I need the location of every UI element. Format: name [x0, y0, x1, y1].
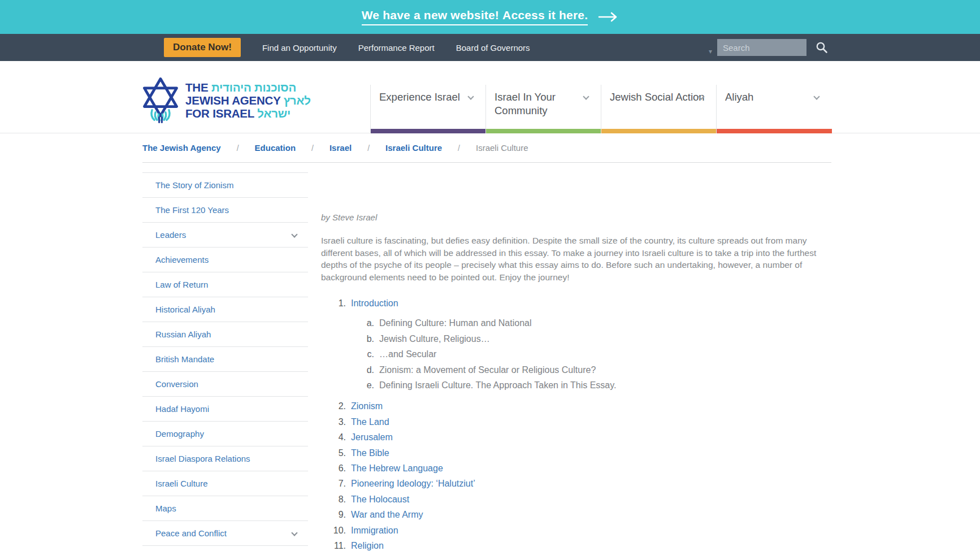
caret-down-icon[interactable]: ▾	[709, 47, 712, 55]
nav-item[interactable]: Jewish Social Action	[601, 85, 716, 133]
breadcrumb-link[interactable]: Education	[255, 143, 296, 153]
logo-en-line2: JEWISH AGENCY	[185, 94, 280, 107]
toolbar-link[interactable]: Board of Governors	[456, 43, 530, 53]
nav-item[interactable]: Experience Israel	[370, 85, 485, 133]
toolbar-link[interactable]: Performance Report	[358, 43, 435, 53]
sidebar-item[interactable]: Law of Return	[142, 272, 308, 297]
breadcrumb-link[interactable]: The Jewish Agency	[142, 143, 221, 153]
logo-en-line1: THE	[185, 81, 208, 94]
toc-item: 6. The Hebrew Language	[321, 461, 822, 476]
sidebar-item[interactable]: Historical Aliyah	[142, 297, 308, 322]
toc-subitem: a. Defining Culture: Human and National	[349, 315, 822, 331]
toc-subitem-link[interactable]: Defining Culture: Human and National	[379, 315, 531, 331]
breadcrumb-separator: /	[458, 144, 460, 153]
toc-subitem-link[interactable]: Zionism: a Movement of Secular or Religi…	[379, 362, 596, 378]
toc-item: 4. Jerusalem	[321, 429, 822, 445]
toc-item-link[interactable]: Introduction	[351, 296, 398, 311]
search-input[interactable]	[717, 39, 806, 56]
sidebar-item[interactable]: Conversion	[142, 372, 308, 397]
article-byline: by Steve Israel	[321, 212, 822, 222]
search-button[interactable]	[815, 41, 829, 54]
toc-item-link[interactable]: Immigration	[351, 523, 398, 538]
sidebar-item[interactable]: British Mandate	[142, 347, 308, 372]
sidebar-item-label: Historical Aliyah	[155, 305, 215, 314]
toc-item-link[interactable]: The Hebrew Language	[351, 461, 443, 476]
sidebar-item[interactable]: Demography	[142, 422, 308, 446]
toc-item-link[interactable]: War and the Army	[351, 507, 423, 522]
sidebar-item-label: Israel Diaspora Relations	[155, 454, 250, 463]
sidebar-item[interactable]: Israel Diaspora Relations	[142, 446, 308, 471]
toc-item-number: 6.	[321, 461, 346, 476]
breadcrumb-separator: /	[311, 144, 314, 153]
toc-item-link[interactable]: Zionism	[351, 398, 383, 414]
announcement-banner: We have a new website! Access it here.	[0, 0, 980, 34]
content-area: The Story of Zionism The First 120 Years…	[142, 163, 831, 551]
toc-item-link[interactable]: Pioneering Ideology: ‘Halutziut’	[351, 476, 475, 491]
sidebar-item-label: Law of Return	[155, 280, 208, 289]
logo-he-line1: הסוכנות היהודית	[211, 81, 296, 94]
toc-subitem-letter: e.	[349, 378, 374, 393]
sidebar-item[interactable]: Russian Aliyah	[142, 322, 308, 347]
breadcrumb-separator: /	[367, 144, 370, 153]
donate-now-button[interactable]: Donate Now!	[164, 38, 241, 57]
section-sidebar: The Story of Zionism The First 120 Years…	[142, 163, 308, 551]
sidebar-item[interactable]: Israeli Culture	[142, 471, 308, 496]
sidebar-item[interactable]: The Story of Zionism	[142, 173, 308, 198]
nav-color-bar	[601, 129, 717, 133]
breadcrumb: The Jewish Agency / Education / Israel /…	[142, 133, 831, 163]
toc-item-link[interactable]: Religion	[351, 538, 384, 551]
sidebar-item[interactable]: Peace and Conflict	[142, 521, 308, 546]
toc-item-number: 4.	[321, 429, 346, 445]
toc-item-number: 7.	[321, 476, 346, 491]
toc-item-link[interactable]: The Bible	[351, 445, 389, 461]
sidebar-item[interactable]: Hadaf Hayomi	[142, 397, 308, 422]
search-area: ▾	[709, 39, 829, 56]
sidebar-item[interactable]: The First 120 Years	[142, 198, 308, 223]
nav-item[interactable]: Israel In Your Community	[485, 85, 601, 133]
utility-toolbar: Donate Now! Find an Opportunity Performa…	[0, 34, 980, 61]
nav-item-label: Israel In Your Community	[495, 90, 568, 118]
article-intro-paragraph: Israeli culture is fascinating, but defi…	[321, 235, 822, 283]
toc-sublist: a. Defining Culture: Human and National …	[349, 315, 822, 393]
toc-item-link[interactable]: The Land	[351, 414, 389, 429]
logo-wordmark: THE הסוכנות היהודית JEWISH AGENCY לארץ F…	[185, 77, 311, 125]
toc-item: 9. War and the Army	[321, 507, 822, 522]
sidebar-item-label: Hadaf Hayomi	[155, 404, 209, 414]
sidebar-item-label: Russian Aliyah	[155, 329, 211, 339]
toc-subitem: b. Jewish Culture, Religious…	[349, 331, 822, 346]
toc-subitem: d. Zionism: a Movement of Secular or Rel…	[349, 362, 822, 378]
toc-subitem-link[interactable]: Defining Israeli Culture. The Approach T…	[379, 378, 616, 393]
sidebar-item[interactable]: Leaders	[142, 223, 308, 248]
sidebar-item-label: Leaders	[155, 230, 186, 240]
toc-subitem-letter: d.	[349, 362, 374, 378]
sidebar-item-label: British Mandate	[155, 354, 214, 364]
nav-color-bar	[486, 129, 601, 133]
breadcrumb-current: Israeli Culture	[476, 143, 528, 153]
article: by Steve Israel Israeli culture is fasci…	[308, 163, 831, 551]
toc-item-number: 8.	[321, 492, 346, 507]
sidebar-item[interactable]: Maps	[142, 496, 308, 521]
arrow-right-icon	[598, 11, 618, 23]
toolbar-link[interactable]: Find an Opportunity	[262, 43, 337, 53]
breadcrumb-link[interactable]: Israeli Culture	[385, 143, 442, 153]
breadcrumb-link[interactable]: Israel	[329, 143, 352, 153]
toc-item-link[interactable]: Jerusalem	[351, 429, 393, 445]
logo-he-line3: ישראל	[257, 107, 290, 120]
toc-subitem-link[interactable]: …and Secular	[379, 346, 436, 362]
toc-item-number: 11.	[321, 538, 346, 551]
sidebar-spacer	[142, 163, 308, 173]
new-website-link[interactable]: We have a new website! Access it here.	[362, 8, 588, 25]
chevron-down-icon	[291, 530, 297, 536]
star-of-david-icon	[141, 77, 180, 125]
logo-en-line3: FOR ISRAEL	[185, 107, 254, 120]
toc-item-link[interactable]: The Holocaust	[351, 492, 409, 507]
nav-item[interactable]: Aliyah	[716, 85, 831, 133]
toc-item-number: 5.	[321, 445, 346, 461]
toc-item: 11. Religion	[321, 538, 822, 551]
toc-subitem-link[interactable]: Jewish Culture, Religious…	[379, 331, 490, 346]
toc-subitem-letter: c.	[349, 346, 374, 362]
jewish-agency-logo[interactable]: THE הסוכנות היהודית JEWISH AGENCY לארץ F…	[141, 77, 311, 125]
sidebar-item[interactable]: Achievements	[142, 248, 308, 272]
chevron-down-icon	[291, 231, 297, 237]
toc-subitem: c. …and Secular	[349, 346, 822, 362]
